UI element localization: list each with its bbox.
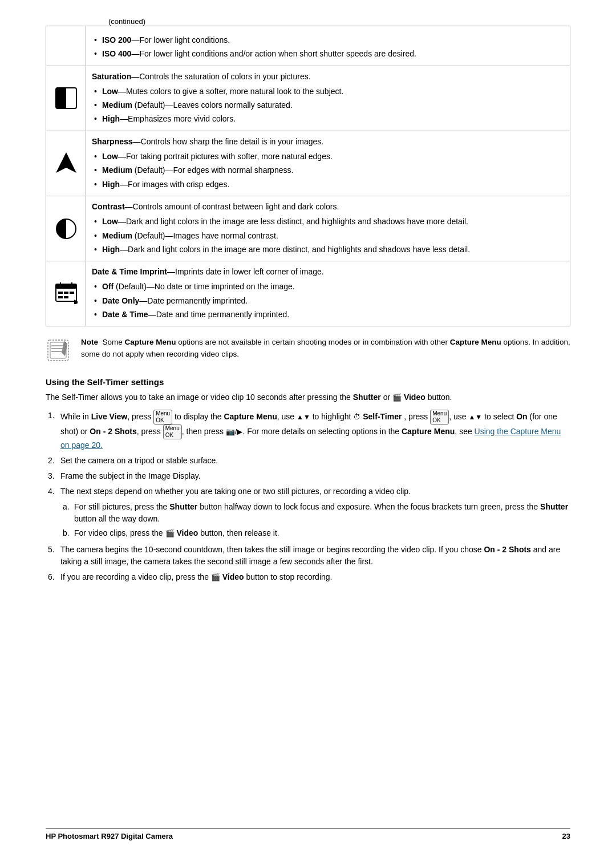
- bold-label: Shutter: [353, 393, 381, 402]
- svg-rect-2: [56, 284, 76, 289]
- bold-label: On: [516, 412, 527, 421]
- row-description: Date & Time Imprint—Imprints date in low…: [92, 266, 564, 277]
- list-item: Low—Dark and light colors in the image a…: [92, 215, 564, 228]
- table-content-cell: Saturation—Controls the saturation of co…: [86, 66, 570, 131]
- bold-term: Capture Menu: [125, 338, 176, 346]
- bold-label: ISO 400: [102, 49, 131, 58]
- list-item: The camera begins the 10-second countdow…: [46, 542, 570, 569]
- steps-list: While in Live View, press MenuOK to disp…: [46, 408, 570, 585]
- bullet-list: Low—Mutes colors to give a softer, more …: [92, 84, 564, 126]
- svg-marker-0: [56, 153, 76, 172]
- row-description: Contrast—Controls amount of contrast bet…: [92, 201, 564, 212]
- bold-label: High: [102, 180, 120, 189]
- bold-label: Low: [102, 152, 118, 161]
- list-item: Low—Mutes colors to give a softer, more …: [92, 84, 564, 98]
- video-icon2: 🎬: [165, 529, 175, 537]
- table-row: Saturation—Controls the saturation of co…: [46, 66, 570, 131]
- bold-label: Low: [102, 217, 118, 226]
- bold-label: Menu: [434, 427, 455, 436]
- bold-label: Live View: [91, 412, 128, 421]
- bold-label: On - 2 Shots: [484, 545, 530, 554]
- page-footer: HP Photosmart R927 Digital Camera 23: [46, 828, 570, 840]
- list-item: For still pictures, press the Shutter bu…: [60, 500, 570, 526]
- list-item: Low—For taking portrait pictures with so…: [92, 149, 564, 163]
- list-item: Medium (Default)—Leaves colors normally …: [92, 98, 564, 112]
- bold-label: Saturation: [92, 72, 131, 81]
- list-item: While in Live View, press MenuOK to disp…: [46, 408, 570, 453]
- list-item: Frame the subject in the Image Display.: [46, 468, 570, 484]
- menu-key-icon2: MenuOK: [430, 410, 449, 425]
- bold-label: Self-Timer: [363, 412, 402, 421]
- bold-label: Capture Menu: [224, 412, 277, 421]
- bullet-list: Low—For taking portrait pictures with so…: [92, 149, 564, 191]
- icon-cell: [46, 131, 86, 196]
- bold-label: Video: [176, 528, 198, 537]
- note-text: Note Some Capture Menu options are not a…: [81, 337, 570, 360]
- icon-cell: [46, 66, 86, 131]
- svg-rect-8: [58, 296, 63, 298]
- bold-label: On - 2 Shots: [90, 427, 136, 436]
- icon-cell: [46, 26, 86, 66]
- bold-label: High: [102, 114, 120, 123]
- section-heading: Using the Self-Timer settings: [46, 377, 570, 387]
- sharpness-icon: [54, 151, 78, 175]
- svg-rect-9: [64, 296, 68, 298]
- table-row: Contrast—Controls amount of contrast bet…: [46, 196, 570, 261]
- selftimer-icon: ⏱: [353, 413, 360, 421]
- icon-cell: ▶: [46, 261, 86, 326]
- contrast-icon: [56, 219, 76, 239]
- list-item: For video clips, press the 🎬 Video butto…: [60, 526, 570, 540]
- note-icon-container: [46, 338, 74, 365]
- row-description: Sharpness—Controls how sharp the fine de…: [92, 136, 564, 147]
- note-pencil-icon: [46, 338, 71, 363]
- bold-label: Shutter: [169, 502, 197, 511]
- datetime-icon: ▶: [55, 281, 78, 304]
- list-item: Off (Default)—No date or time imprinted …: [92, 280, 564, 293]
- bold-label: Capture: [402, 427, 432, 436]
- page: (continued) ISO 200—For lower light cond…: [0, 0, 616, 853]
- bold-label: Contrast: [92, 202, 125, 211]
- row-description: Saturation—Controls the saturation of co…: [92, 71, 564, 82]
- video-icon3: 🎬: [211, 573, 220, 581]
- bold-label: Shutter: [540, 502, 568, 511]
- bold-label: Video: [222, 572, 244, 581]
- list-item: High—For images with crisp edges.: [92, 177, 564, 191]
- bold-label: Date & Time: [102, 310, 148, 319]
- camera-video-icon: 📷/▶: [226, 427, 243, 436]
- bold-label: Date & Time Imprint: [92, 267, 167, 276]
- menu-key-icon: MenuOK: [153, 410, 172, 425]
- menu-key-icon3: MenuOK: [163, 425, 182, 439]
- arrow-updown-icon: ▲▼: [297, 413, 310, 421]
- note-box: Note Some Capture Menu options are not a…: [46, 334, 570, 367]
- list-item: High—Emphasizes more vivid colors.: [92, 112, 564, 126]
- list-item: Date Only—Date permanently imprinted.: [92, 294, 564, 308]
- bold-label: Medium: [102, 100, 132, 110]
- bullet-list: Off (Default)—No date or time imprinted …: [92, 280, 564, 321]
- continued-label: (continued): [46, 17, 570, 26]
- bold-label: Video: [404, 393, 425, 402]
- table-content-cell: Contrast—Controls amount of contrast bet…: [86, 196, 570, 261]
- list-item: High—Dark and light colors in the image …: [92, 242, 564, 256]
- table-content-cell: ISO 200—For lower light conditions. ISO …: [86, 26, 570, 66]
- content-table: ISO 200—For lower light conditions. ISO …: [46, 26, 570, 326]
- svg-rect-7: [70, 292, 74, 294]
- bold-label: Sharpness: [92, 137, 133, 146]
- list-item: Medium (Default)—For edges with normal s…: [92, 163, 564, 177]
- bold-label: ISO 200: [102, 35, 131, 45]
- bold-label: Date Only: [102, 296, 139, 305]
- table-content-cell: Date & Time Imprint—Imprints date in low…: [86, 261, 570, 326]
- bold-label: Medium: [102, 165, 132, 175]
- table-row: ▶ Date & Time Imprint—Imprints date in l…: [46, 261, 570, 326]
- list-item: Set the camera on a tripod or stable sur…: [46, 453, 570, 468]
- svg-rect-5: [58, 292, 63, 294]
- footer-right: 23: [562, 832, 570, 840]
- arrow-updown-icon2: ▲▼: [468, 413, 482, 421]
- saturation-icon: [55, 87, 77, 109]
- table-row: Sharpness—Controls how sharp the fine de…: [46, 131, 570, 196]
- bold-label: Off: [102, 282, 114, 291]
- bold-label: Low: [102, 87, 118, 96]
- bold-label: Medium: [102, 231, 132, 240]
- table-row: ISO 200—For lower light conditions. ISO …: [46, 26, 570, 66]
- video-icon: 🎬: [392, 393, 402, 402]
- list-item: Date & Time—Date and time permanently im…: [92, 308, 564, 321]
